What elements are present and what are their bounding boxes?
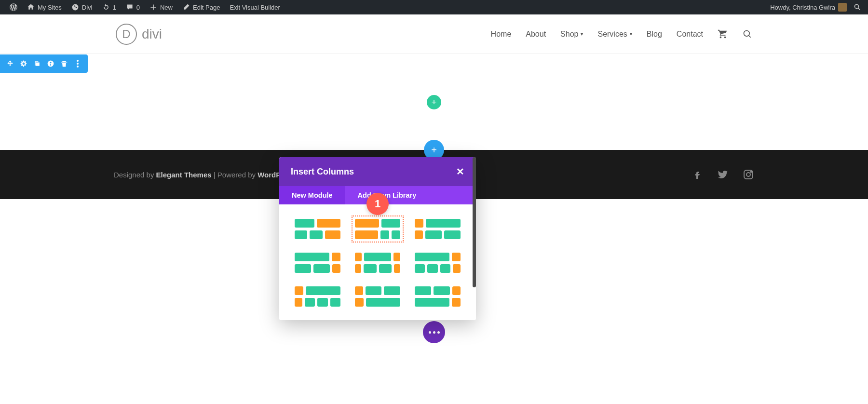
comment-icon [126,3,134,11]
chevron-down-icon: ▾ [581,31,583,37]
insert-columns-modal: Insert Columns ✕ New Module Add From Lib… [279,157,476,320]
refresh-icon [102,3,110,11]
logo[interactable]: D divi [116,24,162,45]
site-name-label: Divi [82,4,93,11]
nav-services[interactable]: Services ▾ [597,30,632,39]
layout-option[interactable] [293,217,342,241]
svg-point-6 [751,172,752,173]
my-sites-label: My Sites [38,4,62,11]
facebook-icon[interactable] [692,169,703,180]
close-icon[interactable]: ✕ [456,166,464,177]
annotation-badge: 1 [366,193,389,215]
howdy-link[interactable]: Howdy, Christina Gwira [765,0,852,14]
layout-option[interactable] [293,251,342,275]
footer-theme-link[interactable]: Elegant Themes [156,171,212,179]
chevron-down-icon: ▾ [630,31,632,37]
layout-option[interactable] [353,251,403,275]
comments-link[interactable]: 0 [121,0,145,14]
nav-blog[interactable]: Blog [647,30,662,39]
layout-option[interactable] [353,284,403,309]
search-icon [854,3,861,11]
nav-home[interactable]: Home [491,30,512,39]
new-label: New [160,4,173,11]
site-name-link[interactable]: Divi [67,0,97,14]
builder-canvas: + + [0,54,868,150]
logo-text: divi [142,27,162,42]
wordpress-icon [10,3,17,11]
logo-icon: D [116,24,137,45]
nav-about[interactable]: About [526,30,546,39]
site-header: D divi Home About Shop ▾ Services ▾ Blog… [0,14,868,54]
wp-logo[interactable] [5,0,22,14]
layout-option[interactable] [353,217,403,241]
edit-page-link[interactable]: Edit Page [177,0,225,14]
svg-point-5 [746,173,750,176]
nav-contact[interactable]: Contact [677,30,703,39]
plus-icon [149,3,157,11]
howdy-label: Howdy, Christina Gwira [770,4,835,11]
modal-header[interactable]: Insert Columns ✕ [279,157,476,186]
builder-fab[interactable] [423,321,445,343]
exit-vb-label: Exit Visual Builder [230,4,280,11]
layouts-grid [279,204,476,320]
comments-count: 0 [136,4,140,11]
layout-option[interactable] [413,217,462,241]
nav-shop[interactable]: Shop ▾ [560,30,583,39]
exit-vb-link[interactable]: Exit Visual Builder [225,0,285,14]
header-search-icon[interactable] [743,29,752,39]
edit-page-label: Edit Page [193,4,220,11]
updates-count: 1 [113,4,116,11]
wp-admin-bar: My Sites Divi 1 0 New [0,0,868,14]
footer-text: Designed by Elegant Themes | Powered by … [114,171,284,179]
cart-icon[interactable] [718,29,728,40]
instagram-icon[interactable] [743,169,754,180]
pencil-icon [182,3,190,11]
avatar [838,3,847,12]
add-row-button[interactable]: + [427,95,441,109]
new-link[interactable]: New [145,0,177,14]
modal-title: Insert Columns [291,167,354,177]
modal-scrollbar[interactable] [473,157,476,287]
social-links [692,169,754,180]
svg-point-0 [744,30,750,36]
updates-link[interactable]: 1 [97,0,121,14]
main-nav: Home About Shop ▾ Services ▾ Blog Contac… [491,29,752,40]
layout-option[interactable] [413,284,462,309]
my-sites-link[interactable]: My Sites [22,0,67,14]
layout-option[interactable] [413,251,462,275]
twitter-icon[interactable] [717,169,729,180]
tab-new-module[interactable]: New Module [279,186,345,204]
admin-search[interactable] [852,0,863,14]
layout-option[interactable] [293,284,342,309]
home-icon [27,3,35,11]
dashboard-icon [71,3,79,11]
